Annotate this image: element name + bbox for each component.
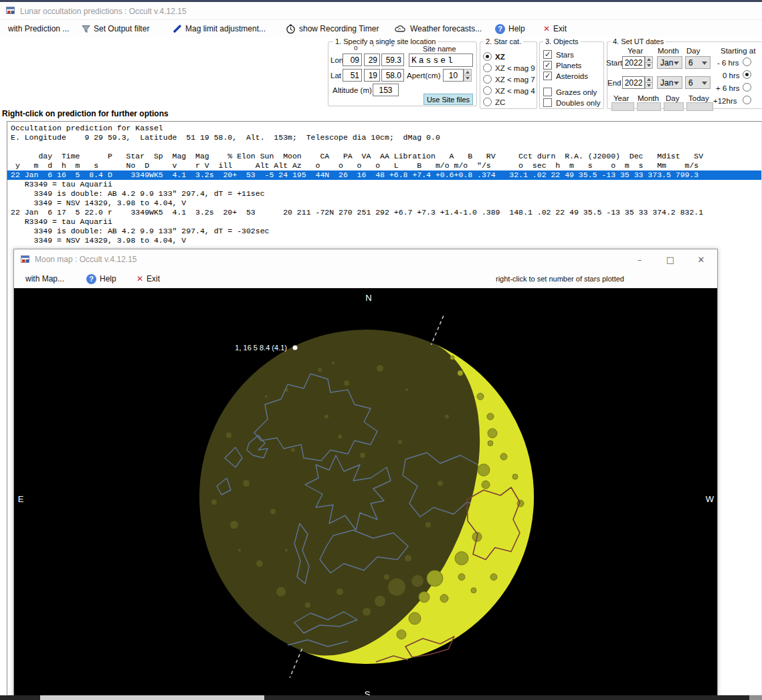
prediction-line[interactable]: y m d h m s No D v r V ill Alt Alt Az o … bbox=[7, 161, 761, 170]
offset-0-label: 0 hrs bbox=[723, 72, 740, 80]
prediction-line[interactable]: R3349 = tau Aquarii bbox=[7, 217, 761, 227]
chevron-down-icon bbox=[702, 82, 707, 85]
end-year-spinner[interactable] bbox=[645, 76, 653, 89]
prediction-line[interactable]: 3349 = NSV 14329, 3.98 to 4.04, V bbox=[7, 199, 761, 208]
compass-south-label: S bbox=[365, 689, 371, 695]
lon-min-input[interactable]: 29 bbox=[364, 53, 380, 66]
prediction-line[interactable]: E. Longitude 9 29 59.3, Latitude 51 19 5… bbox=[7, 133, 761, 142]
chevron-down-icon bbox=[702, 62, 707, 65]
radio-zc-label: ZC bbox=[495, 98, 505, 106]
prediction-line[interactable]: day Time P Star Sp Mag Mag % Elon Sun Mo… bbox=[7, 152, 761, 161]
checkbox-stars-label: Stars bbox=[556, 51, 574, 59]
radio-xz-mag7[interactable] bbox=[483, 75, 492, 84]
moon-map-canvas[interactable]: 1, 16 5 8.4 (4.1) N S E W bbox=[14, 288, 717, 695]
compass-east-label: E bbox=[18, 494, 24, 504]
prediction-line[interactable]: 3349 is double: AB 4.2 9.9 133" 297.4, d… bbox=[7, 189, 761, 199]
radio-minus6hrs[interactable] bbox=[743, 57, 751, 66]
radio-zc[interactable] bbox=[483, 98, 492, 106]
menu-with-map[interactable]: with Map... bbox=[25, 269, 64, 288]
menu-with-prediction[interactable]: with Prediction ... bbox=[8, 20, 69, 37]
start-month-combo[interactable]: Jan bbox=[657, 56, 682, 69]
end-day-combo[interactable]: 6 bbox=[685, 76, 710, 89]
use-site-files-button[interactable]: Use Site files bbox=[423, 94, 473, 105]
start-year-spinner[interactable] bbox=[645, 56, 653, 69]
lon-sec-input[interactable]: 59.3 bbox=[381, 53, 404, 66]
checkbox-doubles-only[interactable] bbox=[543, 98, 552, 107]
star-cat-group-title: 2. Star cat. bbox=[484, 37, 523, 45]
radio-plus12hrs[interactable] bbox=[743, 96, 751, 104]
prediction-line[interactable]: 3349 is double: AB 4.2 9.9 133" 297.4, d… bbox=[7, 227, 761, 236]
start-year-input[interactable]: 2022 bbox=[622, 56, 645, 69]
radio-xz-mag4[interactable] bbox=[483, 86, 492, 95]
start-day-combo[interactable]: 6 bbox=[685, 56, 710, 69]
checkbox-grazes-only[interactable] bbox=[543, 88, 552, 96]
radio-xz-mag9[interactable] bbox=[483, 64, 492, 72]
maximize-button[interactable]: □ bbox=[657, 249, 684, 269]
step-today-label: Today bbox=[688, 94, 709, 102]
menu-set-output-filter[interactable]: Set Output filter bbox=[82, 20, 149, 37]
apert-input[interactable]: 10 bbox=[443, 69, 464, 82]
moon-titlebar[interactable]: Moon map : Occult v.4.12.15 – □ ✕ bbox=[14, 249, 717, 269]
apert-spinner[interactable] bbox=[464, 69, 472, 82]
menu-moon-help[interactable]: ? Help bbox=[86, 269, 116, 288]
menu-help[interactable]: ? Help bbox=[495, 20, 525, 37]
bottom-scrollbar-thumb[interactable] bbox=[40, 695, 264, 700]
bottom-bar-corner bbox=[749, 695, 762, 700]
menu-mag-limit-adjustment[interactable]: Mag limit adjustment... bbox=[173, 20, 266, 37]
main-titlebar: Lunar occultation predictions : Occult v… bbox=[0, 2, 762, 20]
checkbox-asteroids[interactable]: ✓ bbox=[543, 72, 552, 80]
bottom-bar bbox=[0, 695, 762, 700]
checkbox-stars[interactable]: ✓ bbox=[543, 50, 552, 59]
moon-menubar: with Map... ? Help ✕ Exit right-click to… bbox=[14, 269, 717, 288]
moon-map-window: Moon map : Occult v.4.12.15 – □ ✕ with M… bbox=[13, 249, 718, 696]
prediction-line[interactable]: 3349 = NSV 14329, 3.98 to 4.04, V bbox=[7, 236, 761, 245]
prediction-line-selected[interactable]: 22 Jan 6 16 5 8.4 D 3349WK5 4.1 3.2s 20+… bbox=[7, 170, 761, 180]
prediction-line[interactable] bbox=[7, 142, 761, 152]
menu-exit[interactable]: ✕ Exit bbox=[543, 20, 567, 37]
stars-plotted-hint: right-click to set number of stars plott… bbox=[496, 269, 624, 288]
menu-moon-exit[interactable]: ✕ Exit bbox=[136, 269, 160, 288]
cloud-icon bbox=[395, 24, 407, 33]
step-today-button[interactable] bbox=[686, 102, 713, 111]
lon-deg-input[interactable]: 09 bbox=[343, 53, 362, 66]
offset-plus6-label: + 6 hrs bbox=[716, 84, 739, 92]
start-label: Start bbox=[606, 59, 622, 67]
step-day-button[interactable] bbox=[664, 102, 684, 111]
screen: Lunar occultation predictions : Occult v… bbox=[0, 0, 762, 700]
lat-deg-input[interactable]: 51 bbox=[343, 69, 362, 82]
moon-window-title: Moon map : Occult v.4.12.15 bbox=[35, 255, 137, 264]
menu-weather-forecasts[interactable]: Weather forecasts... bbox=[395, 20, 482, 37]
step-month-button[interactable] bbox=[637, 102, 661, 111]
end-month-combo[interactable]: Jan bbox=[657, 76, 682, 89]
offset-minus6-label: - 6 hrs bbox=[717, 59, 739, 67]
lat-min-input[interactable]: 19 bbox=[364, 69, 380, 82]
checkbox-doubles-only-label: Doubles only bbox=[556, 99, 600, 107]
close-button[interactable]: ✕ bbox=[688, 249, 715, 269]
altitude-input[interactable]: 153 bbox=[373, 84, 399, 96]
checkbox-planets[interactable]: ✓ bbox=[543, 61, 552, 70]
lon-label: Lon bbox=[330, 56, 343, 64]
main-window-title: Lunar occultation predictions : Occult v… bbox=[20, 7, 187, 16]
radio-plus6hrs[interactable] bbox=[743, 83, 751, 92]
menu-show-recording-timer[interactable]: show Recording Timer bbox=[286, 20, 379, 37]
radio-0hrs[interactable] bbox=[743, 70, 751, 79]
help-icon: ? bbox=[495, 24, 505, 34]
prediction-line[interactable]: Occultation prediction for Kassel bbox=[7, 122, 761, 133]
prediction-line[interactable]: 22 Jan 6 17 5 22.0 r 3349WK5 4.1 3.2s 20… bbox=[7, 208, 761, 217]
exit-x-icon: ✕ bbox=[543, 24, 550, 33]
radio-xz[interactable] bbox=[483, 52, 492, 61]
site-name-label: Site name bbox=[423, 45, 456, 53]
min-header: ' bbox=[373, 44, 374, 51]
end-year-input[interactable]: 2022 bbox=[622, 76, 645, 89]
site-location-group-title: 1. Specify a single site location bbox=[333, 37, 438, 45]
step-year-button[interactable] bbox=[611, 102, 634, 111]
prediction-line[interactable]: R3349 = tau Aquarii bbox=[7, 180, 761, 189]
site-name-input[interactable]: Kassel bbox=[409, 53, 473, 67]
day-header: Day bbox=[686, 47, 700, 55]
help-icon: ? bbox=[86, 274, 96, 284]
lat-label: Lat bbox=[330, 72, 341, 80]
lat-sec-input[interactable]: 58.0 bbox=[381, 69, 404, 82]
radio-xz-mag9-label: XZ < mag 9 bbox=[495, 64, 535, 72]
minimize-button[interactable]: – bbox=[626, 249, 653, 269]
app-form-icon bbox=[5, 5, 16, 16]
